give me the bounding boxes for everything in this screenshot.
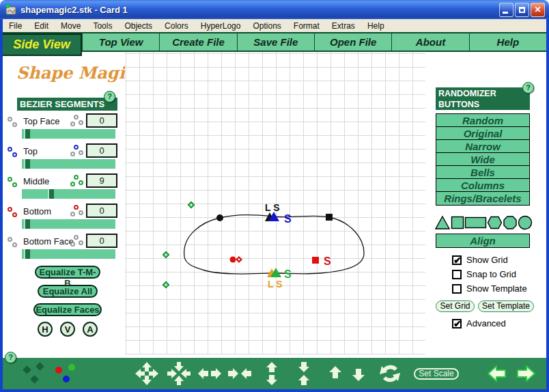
menu-extras[interactable]: Extras bbox=[326, 21, 361, 31]
move-down-icon[interactable] bbox=[346, 361, 371, 386]
a-button[interactable]: A bbox=[83, 322, 98, 337]
slider-row-middle: Middle 9 bbox=[3, 175, 122, 204]
close-button[interactable]: ✕ bbox=[531, 3, 545, 17]
control-point-square[interactable] bbox=[326, 214, 333, 221]
window-border bbox=[0, 19, 3, 392]
octagon-shape-icon[interactable] bbox=[503, 215, 518, 230]
narrow-icon[interactable] bbox=[227, 361, 252, 386]
menu-objects[interactable]: Objects bbox=[118, 21, 158, 31]
menu-edit[interactable]: Edit bbox=[28, 21, 55, 31]
slider-value-box[interactable]: 0 bbox=[86, 234, 117, 248]
snap-to-grid-checkbox[interactable] bbox=[452, 270, 462, 279]
align-button[interactable]: Align bbox=[436, 234, 530, 248]
slider-track-middle[interactable] bbox=[22, 189, 115, 199]
random-button[interactable]: Random bbox=[436, 114, 529, 127]
guide-point-diamond[interactable] bbox=[163, 281, 169, 288]
snap-to-grid-label: Snap to Grid bbox=[466, 269, 516, 279]
maximize-button[interactable] bbox=[515, 3, 529, 17]
randomizer-header: RANDOMIZER BUTTONS bbox=[436, 87, 530, 110]
heighten-icon[interactable] bbox=[259, 361, 284, 386]
show-template-checkbox[interactable] bbox=[452, 284, 462, 294]
minimize-button[interactable] bbox=[499, 3, 513, 17]
slider-track-top[interactable] bbox=[22, 159, 115, 169]
show-template-checkbox-row[interactable]: Show Template bbox=[452, 283, 527, 294]
slider-thumb[interactable] bbox=[24, 249, 30, 259]
circle-shape-icon[interactable] bbox=[518, 215, 533, 230]
slider-track-bottom[interactable] bbox=[22, 219, 115, 229]
slider-label: Middle bbox=[23, 176, 49, 186]
control-point-red-circle[interactable] bbox=[230, 257, 236, 263]
columns-button[interactable]: Columns bbox=[436, 179, 529, 192]
widen-icon[interactable] bbox=[197, 361, 222, 386]
wide-button[interactable]: Wide bbox=[436, 153, 529, 166]
tab-about[interactable]: About bbox=[391, 33, 468, 51]
app-logo-text: Shape Magic 2 bbox=[16, 63, 126, 83]
move-up-icon[interactable] bbox=[323, 361, 348, 386]
advanced-checkbox-row[interactable]: Advanced bbox=[452, 318, 506, 328]
control-point-red-square[interactable] bbox=[312, 257, 319, 264]
slider-thumb[interactable] bbox=[24, 219, 30, 229]
slider-value-box[interactable]: 0 bbox=[86, 204, 117, 218]
rings-bracelets-button[interactable]: Rings/Bracelets bbox=[436, 192, 529, 205]
tab-save-file[interactable]: Save File bbox=[237, 33, 314, 51]
back-arrow-button[interactable] bbox=[487, 365, 507, 383]
tab-open-file[interactable]: Open File bbox=[314, 33, 391, 51]
shorten-icon[interactable] bbox=[292, 361, 316, 386]
point-dot-icon bbox=[12, 182, 17, 187]
menu-help[interactable]: Help bbox=[361, 21, 391, 31]
set-scale-button[interactable]: Set Scale bbox=[414, 368, 459, 380]
slider-thumb[interactable] bbox=[48, 189, 54, 199]
slider-thumb[interactable] bbox=[24, 129, 30, 139]
h-button[interactable]: H bbox=[38, 322, 53, 337]
menu-format[interactable]: Format bbox=[287, 21, 326, 31]
control-point-circle[interactable] bbox=[216, 214, 223, 221]
snap-to-grid-checkbox-row[interactable]: Snap to Grid bbox=[452, 269, 516, 279]
hexagon-shape-icon[interactable] bbox=[487, 215, 503, 230]
rectangle-shape-icon[interactable] bbox=[464, 215, 487, 230]
rotate-icon[interactable] bbox=[376, 361, 404, 386]
menu-options[interactable]: Options bbox=[247, 21, 287, 31]
set-template-button[interactable]: Set Template bbox=[478, 300, 534, 312]
control-point-red-diamond[interactable] bbox=[236, 256, 242, 263]
menu-tools[interactable]: Tools bbox=[87, 21, 118, 31]
square-shape-icon[interactable] bbox=[451, 215, 464, 230]
tab-create-file[interactable]: Create File bbox=[159, 33, 236, 51]
forward-arrow-button[interactable] bbox=[516, 365, 536, 383]
slider-value-box[interactable]: 9 bbox=[86, 173, 117, 188]
bells-button[interactable]: Bells bbox=[436, 166, 529, 179]
slider-value-box[interactable]: 0 bbox=[86, 143, 117, 158]
bezier-help-button[interactable]: ? bbox=[104, 91, 115, 102]
equalize-all-button[interactable]: Equalize All bbox=[38, 285, 98, 298]
triangle-shape-icon[interactable] bbox=[434, 215, 451, 230]
tab-top-view[interactable]: Top View bbox=[82, 33, 159, 51]
narrow-button[interactable]: Narrow bbox=[436, 140, 529, 153]
slider-track-bottom-face[interactable] bbox=[22, 249, 115, 259]
window-title: shapemagic2.stk - Card 1 bbox=[20, 5, 128, 15]
title-bar[interactable]: shapemagic2.stk - Card 1 ✕ bbox=[0, 0, 549, 19]
set-grid-button[interactable]: Set Grid bbox=[436, 300, 475, 312]
equalize-tmb-button[interactable]: Equalize T-M-B bbox=[35, 266, 100, 279]
guide-point-diamond[interactable] bbox=[163, 251, 169, 258]
menu-move[interactable]: Move bbox=[55, 21, 87, 31]
menu-file[interactable]: File bbox=[3, 21, 28, 31]
menu-colors[interactable]: Colors bbox=[158, 21, 195, 31]
tab-help[interactable]: Help bbox=[469, 33, 546, 51]
slider-value-box[interactable]: 0 bbox=[86, 113, 117, 128]
toolbar-help-button[interactable]: ? bbox=[5, 352, 16, 363]
guide-point-diamond[interactable] bbox=[188, 201, 195, 208]
equalize-faces-button[interactable]: Equalize Faces bbox=[33, 303, 102, 316]
v-button[interactable]: V bbox=[60, 322, 75, 337]
randomizer-help-button[interactable]: ? bbox=[522, 82, 534, 94]
point-label-mid-s: S bbox=[324, 255, 331, 267]
slider-thumb[interactable] bbox=[24, 159, 30, 169]
slider-track-top-face[interactable] bbox=[22, 129, 115, 139]
expand-all-icon[interactable] bbox=[135, 361, 159, 386]
show-grid-checkbox[interactable] bbox=[452, 255, 462, 265]
tab-side-view[interactable]: Side View bbox=[3, 33, 82, 56]
advanced-checkbox[interactable] bbox=[452, 319, 462, 328]
show-grid-checkbox-row[interactable]: Show Grid bbox=[452, 255, 508, 265]
contract-all-icon[interactable] bbox=[167, 361, 191, 386]
menu-hyperlogo[interactable]: HyperLogo bbox=[195, 21, 247, 31]
drawing-canvas[interactable]: L S S S S L S bbox=[125, 52, 425, 354]
original-button[interactable]: Original bbox=[436, 127, 529, 140]
